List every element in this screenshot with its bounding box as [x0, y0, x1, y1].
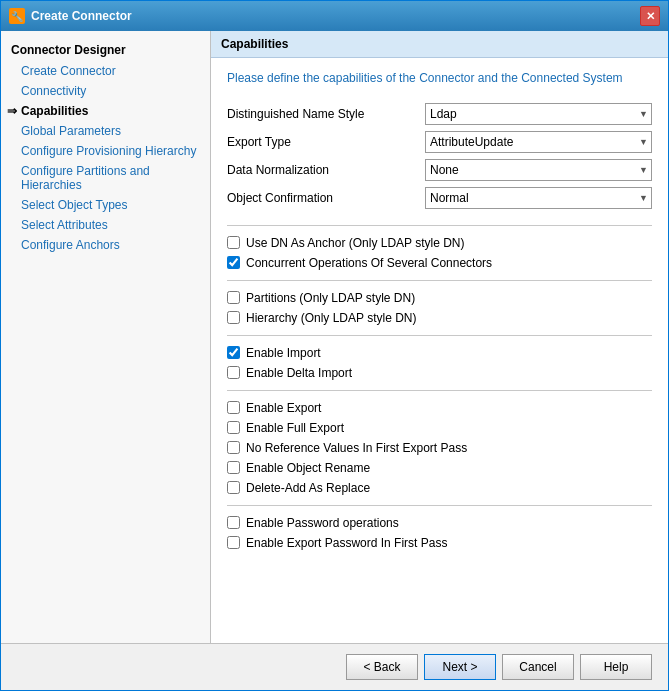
- main-window: 🔧 Create Connector ✕ Connector Designer …: [0, 0, 669, 691]
- back-button[interactable]: < Back: [346, 654, 418, 680]
- obj-confirm-select[interactable]: Normal NoDeleteConfirmation: [425, 187, 652, 209]
- checkbox-group-2: Partitions (Only LDAP style DN) Hierarch…: [227, 291, 652, 325]
- divider-4: [227, 390, 652, 391]
- checkbox-group-1: Use DN As Anchor (Only LDAP style DN) Co…: [227, 236, 652, 270]
- checkbox-enable-password-ops: Enable Password operations: [227, 516, 652, 530]
- sidebar-item-connectivity[interactable]: Connectivity: [1, 81, 210, 101]
- sidebar-item-configure-provisioning[interactable]: Configure Provisioning Hierarchy: [1, 141, 210, 161]
- checkbox-enable-export-password: Enable Export Password In First Pass: [227, 536, 652, 550]
- data-norm-label: Data Normalization: [227, 163, 417, 177]
- enable-delta-import-label: Enable Delta Import: [246, 366, 352, 380]
- checkbox-enable-export: Enable Export: [227, 401, 652, 415]
- window-title: Create Connector: [31, 9, 132, 23]
- use-dn-checkbox[interactable]: [227, 236, 240, 249]
- export-type-label: Export Type: [227, 135, 417, 149]
- checkbox-partitions: Partitions (Only LDAP style DN): [227, 291, 652, 305]
- enable-password-ops-label: Enable Password operations: [246, 516, 399, 530]
- dn-style-label: Distinguished Name Style: [227, 107, 417, 121]
- footer: < Back Next > Cancel Help: [1, 643, 668, 690]
- title-bar: 🔧 Create Connector ✕: [1, 1, 668, 31]
- panel-content: Please define the capabilities of the Co…: [211, 58, 668, 643]
- content-area: Connector Designer Create Connector Conn…: [1, 31, 668, 643]
- checkbox-group-5: Enable Password operations Enable Export…: [227, 516, 652, 550]
- sidebar: Connector Designer Create Connector Conn…: [1, 31, 211, 643]
- help-button[interactable]: Help: [580, 654, 652, 680]
- checkbox-concurrent-ops: Concurrent Operations Of Several Connect…: [227, 256, 652, 270]
- enable-full-export-checkbox[interactable]: [227, 421, 240, 434]
- divider-1: [227, 225, 652, 226]
- export-type-select[interactable]: AttributeUpdate ObjectReplace: [425, 131, 652, 153]
- enable-import-label: Enable Import: [246, 346, 321, 360]
- obj-confirm-select-wrapper: Normal NoDeleteConfirmation: [425, 187, 652, 209]
- hierarchy-label: Hierarchy (Only LDAP style DN): [246, 311, 416, 325]
- data-norm-select[interactable]: None DeleteAddAsReplace: [425, 159, 652, 181]
- export-type-select-wrapper: AttributeUpdate ObjectReplace: [425, 131, 652, 153]
- enable-export-password-checkbox[interactable]: [227, 536, 240, 549]
- sidebar-item-select-attributes[interactable]: Select Attributes: [1, 215, 210, 235]
- delete-add-replace-checkbox[interactable]: [227, 481, 240, 494]
- enable-obj-rename-checkbox[interactable]: [227, 461, 240, 474]
- sidebar-item-configure-anchors[interactable]: Configure Anchors: [1, 235, 210, 255]
- sidebar-item-create-connector[interactable]: Create Connector: [1, 61, 210, 81]
- checkbox-no-ref-values: No Reference Values In First Export Pass: [227, 441, 652, 455]
- dn-style-select[interactable]: Ldap Generic: [425, 103, 652, 125]
- description-text: Please define the capabilities of the Co…: [227, 70, 652, 87]
- checkbox-group-4: Enable Export Enable Full Export No Refe…: [227, 401, 652, 495]
- enable-obj-rename-label: Enable Object Rename: [246, 461, 370, 475]
- checkbox-enable-delta-import: Enable Delta Import: [227, 366, 652, 380]
- partitions-checkbox[interactable]: [227, 291, 240, 304]
- enable-export-checkbox[interactable]: [227, 401, 240, 414]
- checkbox-group-3: Enable Import Enable Delta Import: [227, 346, 652, 380]
- cancel-button[interactable]: Cancel: [502, 654, 574, 680]
- close-button[interactable]: ✕: [640, 6, 660, 26]
- divider-3: [227, 335, 652, 336]
- concurrent-ops-label: Concurrent Operations Of Several Connect…: [246, 256, 492, 270]
- checkbox-enable-full-export: Enable Full Export: [227, 421, 652, 435]
- sidebar-item-select-object-types[interactable]: Select Object Types: [1, 195, 210, 215]
- enable-export-password-label: Enable Export Password In First Pass: [246, 536, 447, 550]
- panel-header: Capabilities: [211, 31, 668, 58]
- delete-add-replace-label: Delete-Add As Replace: [246, 481, 370, 495]
- divider-5: [227, 505, 652, 506]
- use-dn-label: Use DN As Anchor (Only LDAP style DN): [246, 236, 465, 250]
- main-panel: Capabilities Please define the capabilit…: [211, 31, 668, 643]
- checkbox-delete-add-replace: Delete-Add As Replace: [227, 481, 652, 495]
- form-grid: Distinguished Name Style Ldap Generic Ex…: [227, 103, 652, 209]
- enable-delta-import-checkbox[interactable]: [227, 366, 240, 379]
- no-ref-values-checkbox[interactable]: [227, 441, 240, 454]
- enable-full-export-label: Enable Full Export: [246, 421, 344, 435]
- obj-confirm-label: Object Confirmation: [227, 191, 417, 205]
- checkbox-enable-import: Enable Import: [227, 346, 652, 360]
- next-button[interactable]: Next >: [424, 654, 496, 680]
- checkbox-use-dn: Use DN As Anchor (Only LDAP style DN): [227, 236, 652, 250]
- app-icon: 🔧: [9, 8, 25, 24]
- hierarchy-checkbox[interactable]: [227, 311, 240, 324]
- divider-2: [227, 280, 652, 281]
- no-ref-values-label: No Reference Values In First Export Pass: [246, 441, 467, 455]
- sidebar-header: Connector Designer: [1, 39, 210, 61]
- sidebar-item-global-parameters[interactable]: Global Parameters: [1, 121, 210, 141]
- data-norm-select-wrapper: None DeleteAddAsReplace: [425, 159, 652, 181]
- concurrent-ops-checkbox[interactable]: [227, 256, 240, 269]
- enable-password-ops-checkbox[interactable]: [227, 516, 240, 529]
- partitions-label: Partitions (Only LDAP style DN): [246, 291, 415, 305]
- enable-export-label: Enable Export: [246, 401, 321, 415]
- sidebar-item-configure-partitions[interactable]: Configure Partitions and Hierarchies: [1, 161, 210, 195]
- enable-import-checkbox[interactable]: [227, 346, 240, 359]
- dn-style-select-wrapper: Ldap Generic: [425, 103, 652, 125]
- checkbox-hierarchy: Hierarchy (Only LDAP style DN): [227, 311, 652, 325]
- checkbox-enable-obj-rename: Enable Object Rename: [227, 461, 652, 475]
- sidebar-item-capabilities[interactable]: Capabilities: [1, 101, 210, 121]
- title-bar-left: 🔧 Create Connector: [9, 8, 132, 24]
